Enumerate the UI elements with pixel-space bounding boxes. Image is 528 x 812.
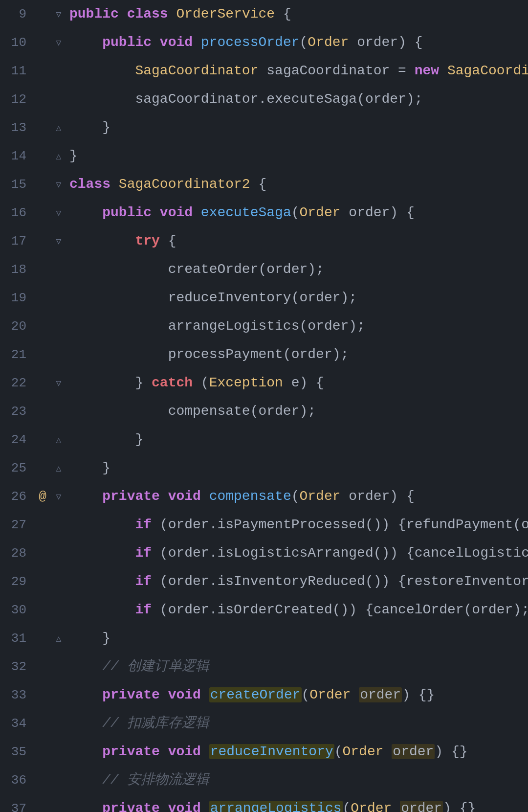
- fold-gutter[interactable]: ▽: [52, 9, 66, 20]
- code-content: }: [66, 454, 528, 482]
- code-line: 36 // 安排物流逻辑: [0, 766, 528, 794]
- line-number: 34: [0, 716, 33, 731]
- code-content: }: [66, 426, 528, 454]
- line-number: 9: [0, 7, 33, 22]
- code-line: 10▽ public void processOrder(Order order…: [0, 28, 528, 57]
- code-line: 20 arrangeLogistics(order);: [0, 312, 528, 340]
- fold-gutter[interactable]: ▽: [52, 37, 66, 48]
- code-content: sagaCoordinator.executeSaga(order);: [66, 85, 528, 113]
- code-content: public void processOrder(Order order) {: [66, 28, 528, 57]
- code-content: // 安排物流逻辑: [66, 766, 528, 794]
- line-number: 24: [0, 432, 33, 447]
- at-marker: @: [33, 489, 52, 504]
- code-content: private void reduceInventory(Order order…: [66, 738, 528, 766]
- line-number: 18: [0, 262, 33, 277]
- fold-gutter[interactable]: △: [52, 434, 66, 445]
- code-content: // 创建订单逻辑: [66, 653, 528, 681]
- code-line: 25△ }: [0, 454, 528, 482]
- code-line: 18 createOrder(order);: [0, 255, 528, 284]
- code-line: 27 if (order.isPaymentProcessed()) {refu…: [0, 511, 528, 539]
- code-content: }: [66, 142, 528, 170]
- line-number: 19: [0, 291, 33, 305]
- line-number: 16: [0, 205, 33, 220]
- line-number: 12: [0, 92, 33, 107]
- code-line: 26@▽ private void compensate(Order order…: [0, 482, 528, 511]
- code-line: 35 private void reduceInventory(Order or…: [0, 738, 528, 766]
- code-content: private void createOrder(Order order) {}: [66, 681, 528, 709]
- code-content: } catch (Exception e) {: [66, 369, 528, 397]
- code-content: compensate(order);: [66, 397, 528, 426]
- code-editor: 9▽public class OrderService {10▽ public …: [0, 0, 528, 812]
- code-line: 9▽public class OrderService {: [0, 0, 528, 28]
- code-line: 37 private void arrangeLogistics(Order o…: [0, 794, 528, 812]
- line-number: 31: [0, 631, 33, 646]
- code-line: 34 // 扣减库存逻辑: [0, 709, 528, 738]
- code-content: if (order.isInventoryReduced()) {restore…: [66, 567, 528, 596]
- fold-gutter[interactable]: ▽: [52, 491, 66, 502]
- line-number: 10: [0, 35, 33, 50]
- line-number: 20: [0, 319, 33, 334]
- code-content: private void compensate(Order order) {: [66, 482, 528, 511]
- code-line: 11 SagaCoordinator sagaCoordinator = new…: [0, 57, 528, 85]
- code-line: 16▽ public void executeSaga(Order order)…: [0, 199, 528, 227]
- code-line: 28 if (order.isLogisticsArranged()) {can…: [0, 539, 528, 567]
- fold-gutter[interactable]: △: [52, 633, 66, 644]
- code-content: if (order.isLogisticsArranged()) {cancel…: [66, 539, 528, 567]
- line-number: 23: [0, 404, 33, 419]
- line-number: 33: [0, 688, 33, 702]
- line-number: 21: [0, 347, 33, 362]
- fold-gutter[interactable]: △: [52, 463, 66, 474]
- line-number: 37: [0, 801, 33, 812]
- line-number: 11: [0, 64, 33, 78]
- code-content: if (order.isOrderCreated()) {cancelOrder…: [66, 596, 528, 624]
- code-line: 12 sagaCoordinator.executeSaga(order);: [0, 85, 528, 113]
- line-number: 15: [0, 177, 33, 192]
- code-content: public class OrderService {: [66, 0, 528, 28]
- code-content: processPayment(order);: [66, 340, 528, 369]
- code-line: 29 if (order.isInventoryReduced()) {rest…: [0, 567, 528, 596]
- fold-gutter[interactable]: △: [52, 151, 66, 161]
- code-content: class SagaCoordinator2 {: [66, 170, 528, 199]
- code-content: if (order.isPaymentProcessed()) {refundP…: [66, 511, 528, 539]
- line-number: 26: [0, 489, 33, 504]
- code-line: 15▽class SagaCoordinator2 {: [0, 170, 528, 199]
- line-number: 32: [0, 659, 33, 674]
- fold-gutter[interactable]: ▽: [52, 378, 66, 388]
- code-line: 14△}: [0, 142, 528, 170]
- code-content: // 扣减库存逻辑: [66, 709, 528, 738]
- line-number: 13: [0, 120, 33, 135]
- code-line: 33 private void createOrder(Order order)…: [0, 681, 528, 709]
- code-line: 24△ }: [0, 426, 528, 454]
- code-content: }: [66, 113, 528, 142]
- code-line: 13△ }: [0, 113, 528, 142]
- code-line: 22▽ } catch (Exception e) {: [0, 369, 528, 397]
- line-number: 14: [0, 149, 33, 163]
- fold-gutter[interactable]: ▽: [52, 236, 66, 247]
- line-number: 17: [0, 234, 33, 248]
- line-number: 35: [0, 744, 33, 759]
- fold-gutter[interactable]: ▽: [52, 179, 66, 190]
- code-content: createOrder(order);: [66, 255, 528, 284]
- fold-gutter[interactable]: ▽: [52, 207, 66, 218]
- line-number: 30: [0, 603, 33, 617]
- code-line: 23 compensate(order);: [0, 397, 528, 426]
- fold-gutter[interactable]: △: [52, 122, 66, 133]
- code-line: 32 // 创建订单逻辑: [0, 653, 528, 681]
- code-line: 17▽ try {: [0, 227, 528, 255]
- code-content: public void executeSaga(Order order) {: [66, 199, 528, 227]
- line-number: 29: [0, 574, 33, 589]
- line-number: 28: [0, 546, 33, 561]
- code-line: 31△ }: [0, 624, 528, 653]
- line-number: 25: [0, 461, 33, 475]
- code-content: private void arrangeLogistics(Order orde…: [66, 794, 528, 812]
- code-line: 21 processPayment(order);: [0, 340, 528, 369]
- code-content: reduceInventory(order);: [66, 284, 528, 312]
- line-number: 27: [0, 518, 33, 532]
- code-line: 19 reduceInventory(order);: [0, 284, 528, 312]
- code-content: arrangeLogistics(order);: [66, 312, 528, 340]
- line-number: 22: [0, 376, 33, 390]
- code-line: 30 if (order.isOrderCreated()) {cancelOr…: [0, 596, 528, 624]
- line-number: 36: [0, 773, 33, 788]
- code-content: try {: [66, 227, 528, 255]
- code-content: SagaCoordinator sagaCoordinator = new Sa…: [66, 57, 528, 85]
